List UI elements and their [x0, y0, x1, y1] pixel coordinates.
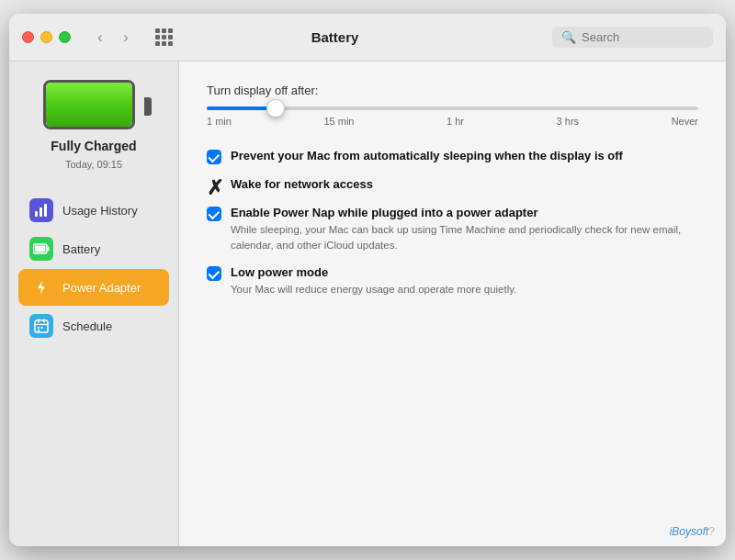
svg-marker-6 — [38, 281, 45, 294]
search-icon: 🔍 — [561, 30, 576, 44]
body: Fully Charged Today, 09:15 Usage History — [9, 62, 726, 546]
sidebar-item-label-usage: Usage History — [62, 204, 138, 218]
checkbox-power-nap[interactable] — [207, 207, 221, 221]
sidebar: Fully Charged Today, 09:15 Usage History — [9, 62, 179, 546]
option-text-power-nap: Enable Power Nap while plugged into a po… — [231, 206, 698, 252]
tick-never: Never — [672, 116, 698, 127]
search-input[interactable] — [582, 30, 692, 44]
power-adapter-nav-icon — [29, 275, 53, 299]
checkbox-low-power[interactable] — [207, 266, 221, 281]
battery-status: Fully Charged Today, 09:15 — [43, 80, 144, 170]
sidebar-item-battery[interactable]: Battery — [18, 230, 169, 267]
usage-history-icon — [29, 198, 53, 222]
slider-thumb[interactable] — [266, 99, 285, 118]
battery-label: Fully Charged — [51, 139, 136, 153]
main-content: Turn display off after: 1 min 15 min 1 h… — [179, 62, 726, 546]
slider-ticks: 1 min 15 min 1 hr 3 hrs Never — [207, 116, 698, 127]
back-button[interactable]: ‹ — [89, 27, 111, 49]
tick-15min: 15 min — [323, 116, 354, 127]
svg-rect-11 — [38, 327, 40, 329]
option-title-low-power: Low power mode — [231, 265, 698, 279]
checkbox-prevent-sleep[interactable] — [207, 150, 221, 164]
slider-label: Turn display off after: — [207, 84, 698, 97]
sidebar-item-label-schedule: Schedule — [62, 319, 112, 333]
battery-body — [43, 80, 135, 129]
x-mark-icon: ✗ — [207, 176, 223, 199]
option-low-power: Low power mode Your Mac will reduce ener… — [207, 265, 698, 297]
option-prevent-sleep: Prevent your Mac from automatically slee… — [207, 149, 698, 164]
option-wake-network: ✗ Wake for network access — [207, 177, 698, 193]
sidebar-item-schedule[interactable]: Schedule — [18, 308, 169, 344]
maximize-button[interactable] — [59, 31, 71, 43]
option-title-power-nap: Enable Power Nap while plugged into a po… — [231, 206, 698, 219]
minimize-button[interactable] — [40, 31, 52, 43]
battery-icon — [43, 80, 144, 133]
options-section: Prevent your Mac from automatically slee… — [207, 149, 698, 297]
traffic-lights — [22, 31, 71, 43]
slider-track — [207, 106, 698, 110]
checkbox-wake-network[interactable]: ✗ — [207, 178, 221, 193]
battery-fill — [46, 83, 132, 127]
svg-rect-2 — [44, 204, 47, 217]
sidebar-item-label-power: Power Adapter — [62, 281, 141, 295]
slider-container[interactable]: 1 min 15 min 1 hr 3 hrs Never — [207, 106, 698, 127]
option-text-low-power: Low power mode Your Mac will reduce ener… — [231, 265, 698, 297]
option-text-wake-network: Wake for network access — [231, 177, 698, 191]
option-text-prevent-sleep: Prevent your Mac from automatically slee… — [231, 149, 698, 162]
svg-rect-1 — [40, 207, 42, 217]
battery-tip — [144, 97, 152, 116]
svg-rect-4 — [48, 247, 50, 252]
svg-rect-13 — [38, 330, 40, 331]
sidebar-item-usage-history[interactable]: Usage History — [18, 192, 169, 229]
tick-1min: 1 min — [207, 116, 232, 127]
sidebar-item-label-battery: Battery — [62, 242, 100, 256]
schedule-nav-icon — [29, 314, 53, 338]
svg-rect-5 — [35, 246, 46, 252]
slider-fill — [207, 106, 276, 110]
close-button[interactable] — [22, 31, 34, 43]
option-title-wake-network: Wake for network access — [231, 177, 698, 191]
titlebar: ‹ › Battery 🔍 — [9, 14, 726, 62]
search-box[interactable]: 🔍 — [552, 27, 713, 48]
tick-1hr: 1 hr — [447, 116, 464, 127]
battery-time: Today, 09:15 — [65, 159, 122, 170]
slider-section: Turn display off after: 1 min 15 min 1 h… — [207, 84, 698, 127]
svg-rect-0 — [35, 211, 38, 217]
window-title: Battery — [129, 29, 541, 45]
option-power-nap: Enable Power Nap while plugged into a po… — [207, 206, 698, 252]
battery-nav-icon — [29, 237, 53, 261]
svg-rect-7 — [35, 320, 48, 332]
option-desc-power-nap: While sleeping, your Mac can back up usi… — [231, 222, 698, 252]
svg-rect-12 — [41, 327, 43, 329]
nav-items: Usage History Battery — [9, 192, 178, 344]
sidebar-item-power-adapter[interactable]: Power Adapter — [18, 269, 169, 306]
main-window: ‹ › Battery 🔍 Fully Charged — [9, 14, 726, 546]
option-title-prevent-sleep: Prevent your Mac from automatically slee… — [231, 149, 698, 162]
option-desc-low-power: Your Mac will reduce energy usage and op… — [231, 282, 698, 297]
tick-3hrs: 3 hrs — [557, 116, 579, 127]
